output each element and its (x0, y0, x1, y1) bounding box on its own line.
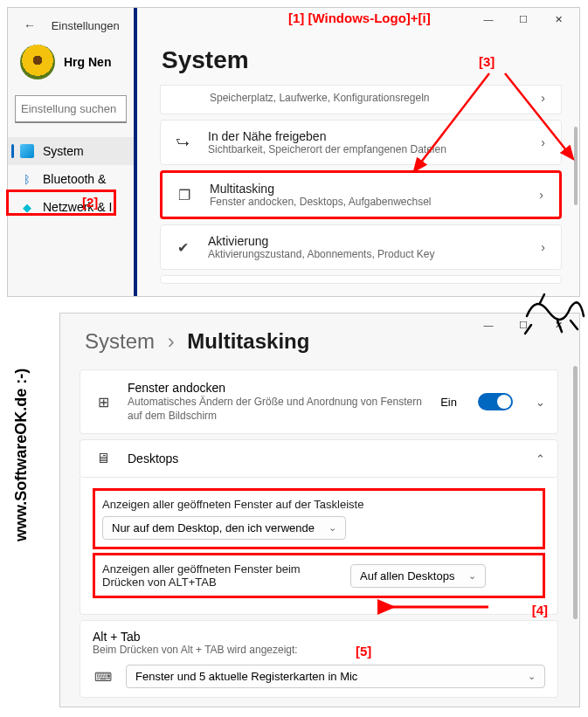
card-sub: Aktivierungszustand, Abonnements, Produc… (208, 248, 525, 260)
row-label: Anzeigen aller geöffneten Fenster beim D… (102, 562, 338, 589)
close-button[interactable]: ✕ (541, 10, 576, 29)
chevron-down-icon[interactable]: ⌄ (536, 396, 545, 409)
settings-window-2: — ☐ ✕ System › Multitasking ⊞ Fenster an… (59, 313, 580, 707)
alttab-icon: ⌨ (93, 670, 114, 684)
card-title: Aktivierung (208, 234, 525, 248)
search-box[interactable]: 🔍 (15, 95, 127, 123)
alttab-dropdown[interactable]: Fenster und 5 aktuelle Registerkarten in… (126, 665, 545, 688)
scrollbar[interactable] (574, 127, 578, 205)
nav-label-system: System (43, 144, 84, 158)
snap-toggle[interactable] (478, 393, 513, 410)
alttab-sub: Beim Drücken von Alt + TAB wird angezeig… (93, 644, 545, 656)
settings-window-1: ← Einstellungen Hrg Nen 🔍 System ᛒ Bluet… (7, 7, 580, 297)
nav-sidebar: ← Einstellungen Hrg Nen 🔍 System ᛒ Bluet… (8, 8, 137, 296)
chevron-down-icon: ⌄ (528, 671, 536, 682)
alttab-title: Alt + Tab (93, 630, 545, 644)
dropdown-value: Nur auf dem Desktop, den ich verwende (112, 521, 315, 534)
card-sub: Sichtbarkeit, Speicherort der empfangene… (208, 143, 525, 155)
nav-item-system[interactable]: System (8, 137, 134, 165)
settings-cards: Speicherplatz, Laufwerke, Konfigurations… (141, 85, 579, 284)
card-nearby-share[interactable]: ⮑ In der Nähe freigeben Sichtbarkeit, Sp… (160, 120, 562, 165)
multitask-icon: ❐ (175, 187, 194, 203)
card-storage-partial[interactable]: Speicherplatz, Laufwerke, Konfigurations… (160, 85, 562, 114)
toggle-label: Ein (440, 396, 457, 409)
check-circle-icon: ✔ (173, 239, 192, 256)
snap-title: Fenster andocken (128, 381, 426, 395)
card-sub: Speicherplatz, Laufwerke, Konfigurations… (210, 92, 525, 104)
breadcrumb-leaf: Multitasking (187, 329, 309, 353)
page-title: System (141, 29, 579, 79)
minimize-button[interactable]: — (471, 10, 506, 29)
credit-text: www.SoftwareOK.de :-) (12, 369, 31, 541)
chevron-up-icon[interactable]: ⌃ (536, 452, 545, 465)
monitor-icon (20, 144, 34, 158)
card-title: Multitasking (210, 182, 523, 196)
card-title: In der Nähe freigeben (208, 129, 525, 143)
back-arrow-icon[interactable]: ← (24, 18, 36, 32)
desktops-card[interactable]: 🖥︎ Desktops ⌃ (80, 439, 558, 478)
alttab-windows-dropdown[interactable]: Auf allen Desktops ⌄ (350, 564, 486, 588)
back-row[interactable]: ← Einstellungen (8, 8, 134, 32)
username: Hrg Nen (64, 55, 111, 69)
annotation-4: [4] (532, 603, 548, 617)
card-sub: Fenster andocken, Desktops, Aufgabenwech… (210, 196, 523, 208)
chevron-right-icon: › (541, 135, 549, 149)
dropdown-value: Auf allen Desktops (360, 569, 454, 583)
chevron-down-icon: ⌄ (468, 570, 476, 582)
card-multitasking[interactable]: ❐ Multitasking Fenster andocken, Desktop… (160, 170, 562, 219)
snap-windows-card[interactable]: ⊞ Fenster andocken Automatisches Ändern … (80, 369, 558, 434)
taskbar-windows-row: Anzeigen aller geöffneten Fenster auf de… (93, 488, 545, 549)
alttab-windows-row: Anzeigen aller geöffneten Fenster beim D… (93, 553, 545, 598)
desktops-title: Desktops (128, 452, 513, 465)
scrollbar[interactable] (573, 366, 578, 619)
chevron-right-icon: › (539, 188, 547, 202)
desktops-panel: Anzeigen aller geöffneten Fenster auf de… (80, 478, 558, 615)
highlight-box-system (6, 190, 116, 216)
breadcrumb-root[interactable]: System (85, 329, 155, 353)
row-label: Anzeigen aller geöffneten Fenster auf de… (102, 498, 536, 511)
avatar (20, 45, 55, 79)
maximize-button[interactable]: ☐ (506, 10, 541, 29)
taskbar-windows-dropdown[interactable]: Nur auf dem Desktop, den ich verwende ⌄ (102, 516, 346, 540)
snap-layout-icon: ⊞ (93, 394, 114, 410)
profile-block[interactable]: Hrg Nen (8, 32, 134, 79)
window2-body: ⊞ Fenster andocken Automatisches Ändern … (60, 364, 579, 698)
annotation-3: [3] (479, 54, 495, 69)
card-partial-bottom[interactable] (160, 275, 562, 284)
chevron-right-icon: › (541, 240, 549, 254)
settings-label: Einstellungen (52, 19, 120, 32)
chevron-down-icon: ⌄ (329, 522, 336, 534)
annotation-5: [5] (356, 644, 371, 658)
annotation-1: [1] [Windows-Logo]+[i] (288, 10, 431, 25)
snap-sub: Automatisches Ändern der Größe und Anord… (128, 395, 426, 423)
desktops-icon: 🖥︎ (93, 451, 114, 466)
bluetooth-icon: ᛒ (20, 172, 34, 186)
chevron-right-icon: › (168, 329, 175, 353)
minimize-button[interactable]: — (471, 315, 506, 334)
card-activation[interactable]: ✔ Aktivierung Aktivierungszustand, Abonn… (160, 224, 562, 270)
dropdown-value: Fenster und 5 aktuelle Registerkarten in… (135, 670, 357, 683)
main-panel: — ☐ ✕ System Speicherplatz, Laufwerke, K… (141, 8, 579, 296)
share-icon: ⮑ (173, 134, 192, 150)
nav-label-bluetooth: Bluetooth & (43, 172, 106, 186)
chevron-right-icon: › (541, 91, 549, 105)
alt-tab-card: Alt + Tab Beim Drücken von Alt + TAB wir… (80, 620, 558, 698)
doodle-decoration (518, 290, 588, 342)
